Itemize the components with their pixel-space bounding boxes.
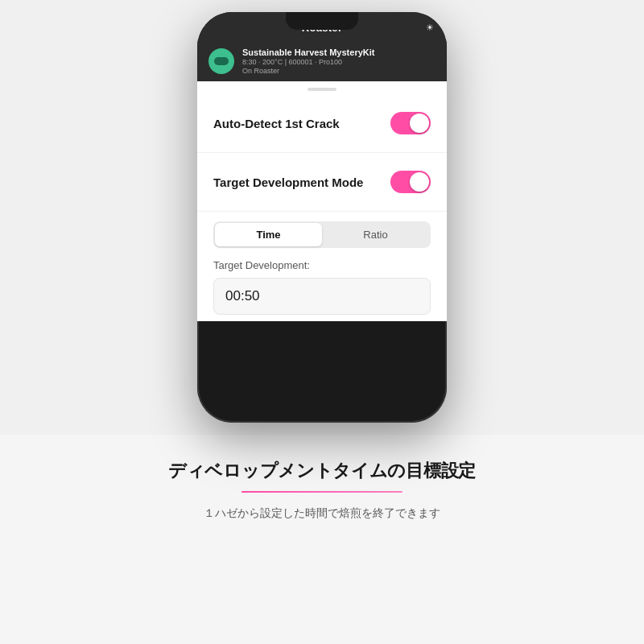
segment-section: Time Ratio Target Development: 00:50 [197,212,447,321]
toggle-knob-2 [410,172,429,192]
auto-detect-row: Auto-Detect 1st Crack [213,104,431,142]
segment-ratio-button[interactable]: Ratio [322,223,429,246]
time-input[interactable]: 00:50 [213,278,431,315]
segment-control: Time Ratio [213,221,431,248]
auto-detect-toggle[interactable] [390,112,431,134]
roaster-icon [208,48,234,74]
roaster-info: Sustainable Harvest MysteryKit 8:30 · 20… [242,47,436,75]
bottom-section: ディベロップメントタイムの目標設定 １ハゼから設定した時間で焙煎を終了できます [0,435,644,538]
target-dev-mode-toggle[interactable] [390,171,431,193]
toggle-knob-1 [410,114,429,133]
target-dev-mode-label: Target Development Mode [213,175,363,189]
target-dev-mode-row: Target Development Mode [213,163,431,201]
main-heading: ディベロップメントタイムの目標設定 [168,459,476,483]
phone-screen: Auto-Detect 1st Crack Target Development… [197,81,447,321]
phone-notch [286,12,358,30]
roaster-details-line2: On Roaster [242,67,436,75]
roaster-icon-inner [214,57,229,65]
heading-underline [242,491,402,493]
segment-time-button[interactable]: Time [215,223,322,246]
roaster-name: Sustainable Harvest MysteryKit [242,47,436,57]
phone-device: Roaster ☀ Sustainable Harvest MysteryKit… [197,12,447,423]
roaster-details-line1: 8:30 · 200°C | 600001 · Pro100 [242,58,436,66]
auto-detect-label: Auto-Detect 1st Crack [213,117,340,130]
sub-heading: １ハゼから設定した時間で焙煎を終了できます [204,504,440,522]
pull-handle-bar [308,88,336,91]
status-bar: Roaster ☀ [197,12,447,43]
sun-icon: ☀ [426,23,434,33]
app-header: Sustainable Harvest MysteryKit 8:30 · 20… [197,43,447,81]
auto-detect-section: Auto-Detect 1st Crack [197,94,447,153]
pull-handle [197,81,447,94]
target-dev-mode-section: Target Development Mode [197,153,447,212]
target-dev-label: Target Development: [213,259,431,271]
phone-wrapper: Roaster ☀ Sustainable Harvest MysteryKit… [0,0,644,435]
